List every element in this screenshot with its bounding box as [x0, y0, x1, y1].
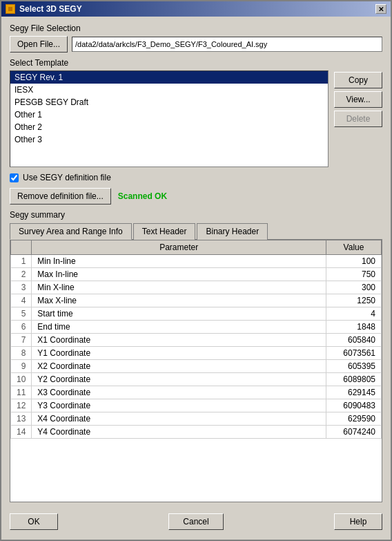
row-parameter: X3 Coordinate	[32, 386, 326, 399]
template-list-item[interactable]: Other 1	[10, 108, 328, 121]
file-selection-row: Open File...	[10, 36, 382, 53]
ok-button[interactable]: OK	[10, 513, 58, 530]
template-section-wrapper: Select Template SEGY Rev. 1IESXPESGB SEG…	[10, 58, 382, 167]
tab-text[interactable]: Text Header	[133, 223, 196, 240]
row-parameter: Max X-line	[32, 294, 326, 307]
template-list-item[interactable]: Other 2	[10, 121, 328, 133]
row-value: 6089805	[326, 373, 382, 386]
template-list[interactable]: SEGY Rev. 1IESXPESGB SEGY DraftOther 1Ot…	[10, 70, 329, 167]
table-row: 10Y2 Coordinate6089805	[11, 373, 382, 386]
row-parameter: Y4 Coordinate	[32, 426, 326, 439]
template-section: SEGY Rev. 1IESXPESGB SEGY DraftOther 1Ot…	[10, 70, 382, 167]
definition-file-checkbox-row: Use SEGY definition file	[10, 173, 382, 182]
file-selection-section: Segy File Selection Open File...	[10, 23, 382, 53]
row-number: 2	[11, 268, 32, 281]
table-header-0	[11, 240, 32, 255]
row-value: 605395	[326, 360, 382, 373]
table-row: 2Max In-line750	[11, 268, 382, 281]
row-number: 7	[11, 334, 32, 347]
svg-rect-1	[8, 7, 12, 11]
row-parameter: Min In-line	[32, 255, 326, 268]
row-value: 629145	[326, 386, 382, 399]
row-value: 100	[326, 255, 382, 268]
row-value: 6073561	[326, 347, 382, 360]
row-number: 14	[11, 426, 32, 439]
row-parameter: Y1 Coordinate	[32, 347, 326, 360]
title-bar-left: Select 3D SEGY	[6, 4, 82, 14]
open-file-button[interactable]: Open File...	[10, 36, 68, 53]
row-number: 13	[11, 412, 32, 426]
table-row: 4Max X-line1250	[11, 294, 382, 307]
table-row: 13X4 Coordinate629590	[11, 412, 382, 426]
scanned-ok-status: Scanned OK	[118, 191, 167, 201]
file-path-input[interactable]	[72, 37, 382, 52]
table-row: 14Y4 Coordinate6074240	[11, 426, 382, 439]
row-number: 12	[11, 399, 32, 412]
table-row: 9X2 Coordinate605395	[11, 360, 382, 373]
remove-definition-button[interactable]: Remove definition file...	[10, 188, 111, 205]
row-value: 6074240	[326, 426, 382, 439]
row-value: 1848	[326, 321, 382, 334]
template-buttons: Copy View... Delete	[334, 70, 382, 167]
row-value: 605840	[326, 334, 382, 347]
copy-button[interactable]: Copy	[334, 72, 382, 88]
table-row: 3Min X-line300	[11, 281, 382, 294]
definition-file-row: Remove definition file... Scanned OK	[10, 188, 382, 205]
row-parameter: Start time	[32, 307, 326, 321]
table-header-1: Parameter	[32, 240, 326, 255]
table-header-2: Value	[326, 240, 382, 255]
definition-file-checkbox[interactable]	[10, 173, 19, 182]
template-list-item[interactable]: IESX	[10, 84, 328, 96]
row-parameter: Max In-line	[32, 268, 326, 281]
row-number: 4	[11, 294, 32, 307]
help-button[interactable]: Help	[334, 513, 382, 530]
main-window: Select 3D SEGY ✕ Segy File Selection Ope…	[0, 0, 392, 541]
row-value: 300	[326, 281, 382, 294]
file-selection-label: Segy File Selection	[10, 23, 382, 33]
row-parameter: Y2 Coordinate	[32, 373, 326, 386]
template-list-item[interactable]: Other 3	[10, 133, 328, 146]
row-parameter: X2 Coordinate	[32, 360, 326, 373]
row-number: 11	[11, 386, 32, 399]
row-parameter: X4 Coordinate	[32, 412, 326, 426]
tab-content: ParameterValue1Min In-line1002Max In-lin…	[10, 240, 382, 502]
definition-file-label: Use SEGY definition file	[23, 173, 111, 182]
row-parameter: X1 Coordinate	[32, 334, 326, 347]
delete-button[interactable]: Delete	[334, 111, 382, 127]
row-parameter: Y3 Coordinate	[32, 399, 326, 412]
table-row: 12Y3 Coordinate6090483	[11, 399, 382, 412]
row-number: 5	[11, 307, 32, 321]
table-row: 6End time1848	[11, 321, 382, 334]
row-parameter: End time	[32, 321, 326, 334]
table-row: 8Y1 Coordinate6073561	[11, 347, 382, 360]
table-row: 5Start time4	[11, 307, 382, 321]
summary-section: Segy summary Survey Area and Range InfoT…	[10, 210, 382, 502]
row-number: 10	[11, 373, 32, 386]
template-list-item[interactable]: PESGB SEGY Draft	[10, 96, 328, 108]
table-row: 11X3 Coordinate629145	[11, 386, 382, 399]
row-value: 629590	[326, 412, 382, 426]
title-bar: Select 3D SEGY ✕	[1, 1, 391, 17]
row-value: 6090483	[326, 399, 382, 412]
tab-binary[interactable]: Binary Header	[197, 223, 268, 240]
row-number: 9	[11, 360, 32, 373]
app-icon	[6, 4, 15, 14]
footer-center: Cancel	[58, 513, 334, 530]
table-row: 7X1 Coordinate605840	[11, 334, 382, 347]
row-value: 1250	[326, 294, 382, 307]
row-number: 3	[11, 281, 32, 294]
cancel-button[interactable]: Cancel	[168, 513, 224, 530]
summary-label: Segy summary	[10, 210, 382, 220]
window-title: Select 3D SEGY	[19, 4, 82, 14]
tab-survey[interactable]: Survey Area and Range Info	[10, 223, 132, 240]
view-button[interactable]: View...	[334, 91, 382, 108]
window-content: Segy File Selection Open File... Select …	[1, 17, 391, 540]
template-list-item[interactable]: SEGY Rev. 1	[10, 71, 328, 84]
close-button[interactable]: ✕	[375, 4, 386, 14]
row-value: 750	[326, 268, 382, 281]
row-number: 8	[11, 347, 32, 360]
footer-buttons: OK Cancel Help	[10, 508, 382, 533]
row-number: 1	[11, 255, 32, 268]
row-number: 6	[11, 321, 32, 334]
template-label: Select Template	[10, 58, 382, 68]
